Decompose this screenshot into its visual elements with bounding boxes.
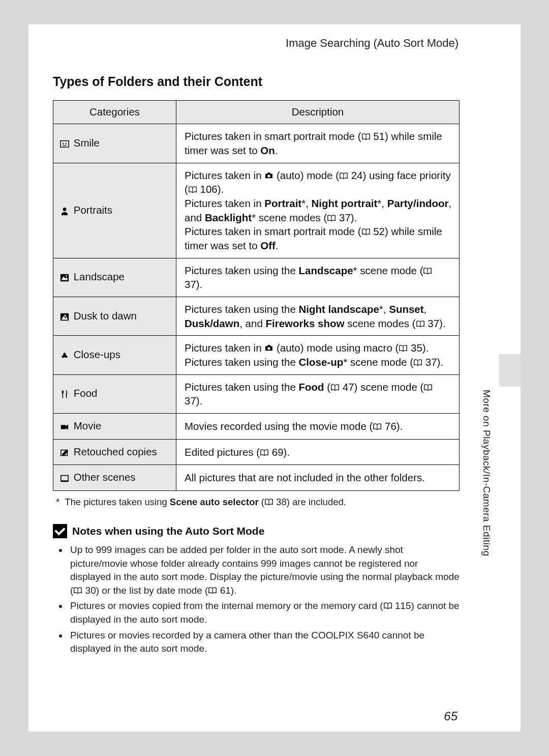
category-label: Dusk to dawn (74, 310, 137, 322)
category-label: Movie (74, 420, 102, 431)
table-row: Close-ups Pictures taken in (auto) mode … (53, 336, 460, 374)
svg-rect-0 (60, 141, 69, 148)
notes-section: Notes when using the Auto Sort Mode Up t… (53, 524, 460, 658)
svg-rect-27 (61, 476, 68, 481)
category-label: Portraits (74, 204, 112, 216)
category-label: Smile (74, 137, 100, 149)
category-label: Other scenes (74, 471, 136, 483)
book-ref-icon (188, 183, 197, 195)
list-item: Up to 999 images can be added per folder… (68, 543, 460, 597)
svg-marker-23 (66, 424, 69, 429)
camera-icon (264, 169, 273, 181)
svg-rect-22 (61, 425, 66, 429)
food-icon (59, 388, 70, 401)
book-ref-icon (327, 212, 336, 223)
table-row: Movie Movies recorded using the movie mo… (53, 413, 460, 439)
table-row: Portraits Pictures taken in (auto) mode … (53, 163, 460, 258)
col-header-categories: Categories (53, 100, 176, 124)
section-title: Types of Folders and their Content (53, 73, 460, 90)
svg-point-5 (268, 175, 270, 177)
page-header: Image Searching (Auto Sort Mode) (53, 37, 459, 50)
other-icon (59, 472, 70, 485)
side-tab (499, 354, 521, 387)
portrait-icon (59, 205, 70, 218)
table-row: Dusk to dawn Pictures taken using the Ni… (53, 297, 460, 335)
closeup-icon (59, 350, 70, 363)
book-ref-icon (330, 381, 340, 393)
book-ref-icon (413, 356, 422, 368)
svg-rect-28 (61, 481, 68, 482)
book-ref-icon (264, 497, 273, 507)
table-row: Retouched copies Edited pictures ( 69). (53, 439, 460, 465)
svg-point-4 (63, 208, 67, 211)
category-label: Food (74, 387, 98, 399)
book-ref-icon (339, 169, 348, 181)
table-row: Food Pictures taken using the Food ( 47)… (53, 374, 460, 413)
book-ref-icon (373, 420, 382, 432)
category-label: Close-ups (74, 348, 120, 360)
book-ref-icon (361, 225, 371, 237)
book-ref-icon (423, 265, 432, 276)
camera-icon (264, 342, 273, 354)
category-label: Landscape (74, 271, 125, 282)
list-item: Pictures or movies copied from the inter… (68, 599, 460, 626)
book-ref-icon (423, 381, 433, 393)
svg-point-17 (268, 347, 270, 350)
book-ref-icon (399, 342, 408, 354)
book-ref-icon (383, 600, 392, 611)
book-ref-icon (361, 130, 371, 142)
table-row: Other scenes All pictures that are not i… (53, 465, 460, 491)
page-number: 65 (444, 709, 458, 723)
book-ref-icon (73, 585, 82, 596)
retouch-icon (59, 447, 70, 460)
svg-point-1 (63, 143, 64, 144)
book-ref-icon (416, 317, 425, 329)
landscape-icon (59, 272, 70, 285)
book-ref-icon (260, 446, 269, 458)
svg-point-12 (66, 275, 67, 277)
notes-title-text: Notes when using the Auto Sort Mode (72, 525, 264, 537)
side-chapter-label: More on Playback/In-Camera Editing (481, 390, 492, 556)
list-item: Pictures or movies recorded by a camera … (68, 629, 460, 656)
dusk-icon (59, 311, 70, 324)
smile-icon (59, 138, 70, 151)
table-row: Smile Pictures taken in smart portrait m… (53, 124, 460, 163)
col-header-description: Description (176, 100, 460, 124)
check-icon (53, 524, 67, 538)
table-row: Landscape Pictures taken using the Lands… (53, 258, 460, 297)
table-footnote: * The pictures taken using Scene auto se… (56, 496, 460, 509)
book-ref-icon (208, 585, 217, 596)
movie-icon (59, 421, 70, 434)
svg-point-2 (66, 143, 67, 144)
folders-table: Categories Description Smile Pictures ta… (53, 100, 460, 491)
category-label: Retouched copies (74, 446, 157, 457)
